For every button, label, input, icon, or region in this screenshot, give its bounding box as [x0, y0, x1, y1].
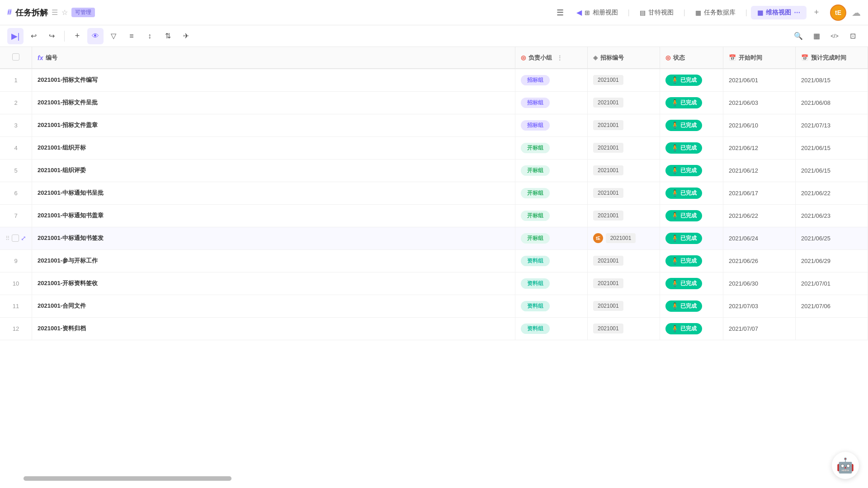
table-row[interactable]: ⠿ ⤢ 2021001-中标通知书签发 开标组 tE 2021001 🧍	[0, 227, 868, 249]
panel-toggle-btn[interactable]: ▶|	[7, 28, 24, 44]
row-num: 1	[14, 77, 17, 84]
scrollbar-thumb[interactable]	[24, 476, 231, 481]
manageable-badge: 可管理	[71, 8, 95, 17]
td-checkbox[interactable]: 5	[0, 159, 32, 182]
end-date: 2021/07/06	[801, 303, 830, 310]
td-name: 2021001-招标文件编写	[32, 69, 515, 91]
fx-icon: fx	[38, 54, 43, 61]
td-end: 2021/06/25	[796, 227, 868, 249]
start-date: 2021/06/12	[729, 167, 758, 174]
td-checkbox[interactable]: 11	[0, 295, 32, 317]
th-group-menu-icon[interactable]: ⋮	[557, 54, 563, 61]
bid-num: 2021001	[593, 75, 623, 85]
end-date: 2021/06/23	[801, 212, 830, 219]
filter-btn[interactable]: ▽	[105, 28, 122, 44]
table-row[interactable]: 2 2021001-招标文件呈批 招标组 2021001 🧍 已完成 2021/…	[0, 91, 868, 114]
task-name: 2021001-招标文件编写	[38, 76, 98, 83]
bid-num: 2021001	[606, 233, 636, 243]
page-title: 任务拆解	[15, 7, 48, 18]
sort-btn[interactable]: ↕	[142, 28, 158, 44]
nav-menu-btn[interactable]: ☰	[552, 5, 568, 21]
start-date: 2021/06/30	[729, 280, 758, 287]
start-date: 2021/06/26	[729, 258, 758, 264]
td-end: 2021/06/23	[796, 204, 868, 227]
td-checkbox[interactable]: 12	[0, 317, 32, 340]
select-all-checkbox[interactable]	[12, 53, 19, 61]
td-bidnum: 2021001	[588, 114, 660, 136]
row-num: 2	[14, 99, 17, 106]
td-checkbox[interactable]: 4	[0, 136, 32, 159]
td-checkbox[interactable]: 9	[0, 249, 32, 272]
row-num: 11	[13, 303, 19, 310]
end-date: 2021/06/15	[801, 145, 830, 151]
table-row[interactable]: 12 2021001-资料归档 资料组 2021001 🧍 已完成 2021/0…	[0, 317, 868, 340]
table-row[interactable]: 6 2021001-中标通知书呈批 开标组 2021001 🧍 已完成 2021…	[0, 182, 868, 204]
table-row[interactable]: 4 2021001-组织开标 开标组 2021001 🧍 已完成 2021/06…	[0, 136, 868, 159]
row-num: 5	[14, 167, 17, 174]
table-row[interactable]: 3 2021001-招标文件盖章 招标组 2021001 🧍 已完成 2021/…	[0, 114, 868, 136]
table-row[interactable]: 9 2021001-参与开标工作 资料组 2021001 🧍 已完成 2021/…	[0, 249, 868, 272]
status-done-icon: 🧍	[671, 235, 679, 242]
th-checkbox[interactable]	[0, 47, 32, 69]
drag-handle-icon[interactable]: ⠿	[5, 235, 10, 242]
undo-btn[interactable]: ↩	[25, 28, 42, 44]
td-name: 2021001-参与开标工作	[32, 249, 515, 272]
table-row[interactable]: 5 2021001-组织评委 开标组 2021001 🧍 已完成 2021/06…	[0, 159, 868, 182]
table-row[interactable]: 11 2021001-合同文件 资料组 2021001 🧍 已完成 2021/0…	[0, 295, 868, 317]
td-name: 2021001-中标通知书呈批	[32, 182, 515, 204]
table-row[interactable]: 7 2021001-中标通知书盖章 开标组 2021001 🧍 已完成 2021…	[0, 204, 868, 227]
task-name: 2021001-参与开标工作	[38, 257, 98, 264]
user-avatar[interactable]: tE	[830, 5, 846, 21]
plugin-btn[interactable]: ⊡	[844, 28, 861, 44]
td-checkbox[interactable]: 1	[0, 69, 32, 91]
add-record-btn[interactable]: +	[69, 28, 85, 44]
td-group: 资料组	[515, 249, 588, 272]
table-wrapper[interactable]: fx 编号 ◎ 负责小组 ⋮ ◈ 招标编	[0, 47, 868, 488]
vika-more-icon[interactable]: ⋯	[794, 9, 800, 16]
tab-vika[interactable]: ▦ 维格视图 ⋯	[751, 6, 807, 19]
tab-database[interactable]: ▦ 任务数据库	[689, 6, 742, 19]
view-toggle-btn[interactable]: 👁	[87, 28, 104, 44]
td-name: 2021001-组织开标	[32, 136, 515, 159]
search-btn[interactable]: 🔍	[790, 28, 807, 44]
grid-icon-sm[interactable]: ☰	[52, 8, 58, 17]
td-checkbox[interactable]: 10	[0, 272, 32, 295]
th-status-icon: ◎	[665, 54, 670, 61]
tab-gantt[interactable]: ▤ 甘特视图	[633, 6, 680, 19]
cloud-icon: ☁	[852, 7, 861, 18]
th-status: ◎ 状态	[660, 47, 723, 69]
tab-database-label: 任务数据库	[704, 9, 736, 17]
td-checkbox[interactable]: 2	[0, 91, 32, 114]
end-date: 2021/07/13	[801, 122, 830, 129]
group-btn[interactable]: ≡	[123, 28, 140, 44]
start-date: 2021/07/07	[729, 325, 758, 332]
td-group: 资料组	[515, 317, 588, 340]
td-checkbox[interactable]: 6	[0, 182, 32, 204]
td-checkbox[interactable]: 7	[0, 204, 32, 227]
share-btn[interactable]: ✈	[178, 28, 194, 44]
td-start: 2021/06/10	[723, 114, 796, 136]
redo-btn[interactable]: ↪	[43, 28, 60, 44]
tab-album[interactable]: ◀ ⊞ 相册视图	[570, 5, 624, 19]
order-btn[interactable]: ⇅	[160, 28, 176, 44]
code-btn[interactable]: </>	[826, 28, 843, 44]
status-done-icon: 🧍	[671, 257, 679, 264]
td-status: 🧍 已完成	[660, 114, 723, 136]
mascot-widget[interactable]: 🤖	[832, 452, 859, 479]
row-checkbox[interactable]	[12, 235, 19, 242]
status-done-icon: 🧍	[671, 99, 679, 106]
end-date: 2021/06/29	[801, 258, 830, 264]
expand-row-icon[interactable]: ⤢	[21, 235, 26, 242]
td-name: 2021001-招标文件盖章	[32, 114, 515, 136]
tab-album-label: 相册视图	[593, 9, 618, 17]
save-view-btn[interactable]: ▦	[808, 28, 825, 44]
table-row[interactable]: 1 2021001-招标文件编写 招标组 2021001 🧍 已完成 2021/…	[0, 69, 868, 91]
table-row[interactable]: 10 2021001-开标资料签收 资料组 2021001 🧍 已完成 2021…	[0, 272, 868, 295]
td-checkbox[interactable]: 3	[0, 114, 32, 136]
bookmark-icon[interactable]: ☆	[61, 8, 68, 17]
add-view-btn[interactable]: +	[808, 5, 825, 21]
group-badge: 资料组	[521, 324, 550, 334]
end-date: 2021/06/25	[801, 235, 830, 242]
td-row-actions[interactable]: ⠿ ⤢	[0, 227, 32, 249]
horizontal-scrollbar[interactable]	[24, 476, 231, 481]
